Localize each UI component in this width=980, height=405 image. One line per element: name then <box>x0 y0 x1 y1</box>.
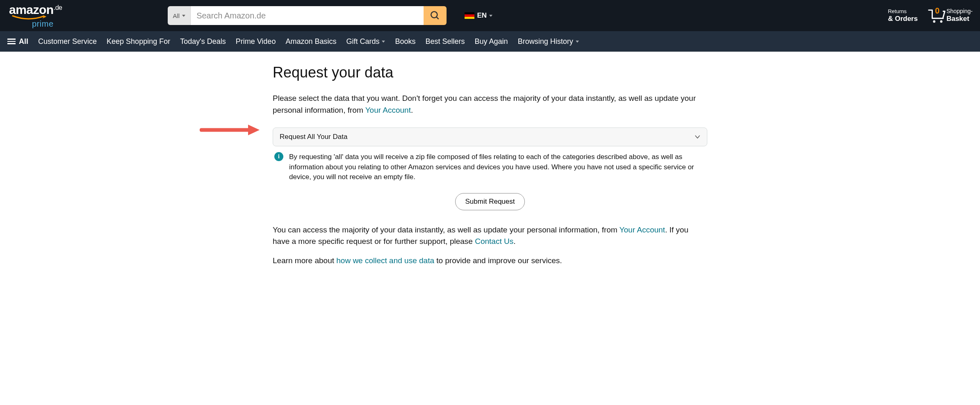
p2-a: You can access the majority of your data… <box>273 225 620 234</box>
svg-point-0 <box>431 11 438 18</box>
search-input[interactable] <box>191 6 424 25</box>
intro-pre: Please select the data that you want. Do… <box>273 94 696 114</box>
nav-browsing-history-label: Browsing History <box>518 37 573 46</box>
your-account-link[interactable]: Your Account <box>365 106 411 114</box>
nav-browsing-history[interactable]: Browsing History <box>518 37 579 46</box>
p2-c: . <box>513 237 515 246</box>
cart-line1: Shopping- <box>946 8 973 15</box>
how-we-collect-link[interactable]: how we collect and use data <box>336 256 434 265</box>
returns-line2: & Orders <box>888 15 918 23</box>
caret-down-icon <box>382 41 385 43</box>
search-bar: All <box>168 6 447 25</box>
cart-line2: Basket <box>946 15 973 23</box>
info-text: By requesting 'all' data you will receiv… <box>289 152 706 182</box>
cart-icon: 0 <box>928 9 946 23</box>
logo-prime: prime <box>32 20 54 28</box>
nav-best-sellers[interactable]: Best Sellers <box>426 37 465 46</box>
learn-more-text: Learn more about how we collect and use … <box>273 255 707 267</box>
secondary-nav: All Customer Service Keep Shopping For T… <box>0 31 980 52</box>
p3-b: to provide and improve our services. <box>434 256 562 265</box>
chevron-down-icon <box>695 134 700 140</box>
nav-buy-again[interactable]: Buy Again <box>475 37 508 46</box>
select-value: Request All Your Data <box>280 133 347 141</box>
nav-prime-video[interactable]: Prime Video <box>236 37 276 46</box>
nav-books[interactable]: Books <box>395 37 415 46</box>
data-category-select[interactable]: Request All Your Data <box>273 127 707 146</box>
cart-count: 0 <box>935 6 939 16</box>
annotation-arrow <box>200 124 261 138</box>
info-note: i By requesting 'all' data you will rece… <box>273 152 707 182</box>
cart-link[interactable]: 0 Shopping- Basket <box>928 8 973 23</box>
main-content: Request your data Please select the data… <box>273 52 707 298</box>
caret-down-icon <box>576 41 579 43</box>
returns-orders-link[interactable]: Returns & Orders <box>888 8 918 23</box>
access-more-text: You can access the majority of your data… <box>273 224 707 248</box>
header-right: Returns & Orders 0 Shopping- Basket <box>888 8 973 23</box>
language-label: EN <box>477 11 487 20</box>
svg-line-1 <box>437 17 439 19</box>
returns-line1: Returns <box>888 8 918 15</box>
caret-down-icon <box>489 15 492 17</box>
your-account-link-2[interactable]: Your Account <box>620 225 665 234</box>
language-selector[interactable]: EN <box>465 11 492 20</box>
nav-all-label: All <box>19 37 28 46</box>
svg-point-2 <box>933 20 936 23</box>
nav-keep-shopping[interactable]: Keep Shopping For <box>107 37 170 46</box>
logo-text: amazon <box>9 4 54 16</box>
intro-post: . <box>411 106 413 114</box>
nav-gift-cards[interactable]: Gift Cards <box>346 37 385 46</box>
logo[interactable]: amazon.de prime <box>7 2 64 30</box>
search-button[interactable] <box>424 6 447 25</box>
nav-gift-cards-label: Gift Cards <box>346 37 379 46</box>
intro-text: Please select the data that you want. Do… <box>273 93 707 116</box>
nav-amazon-basics[interactable]: Amazon Basics <box>285 37 336 46</box>
nav-all-menu[interactable]: All <box>7 37 28 46</box>
svg-point-3 <box>940 20 943 23</box>
caret-down-icon <box>182 15 185 17</box>
red-arrow-icon <box>200 124 261 136</box>
logo-suffix: .de <box>54 5 62 11</box>
p3-a: Learn more about <box>273 256 336 265</box>
site-header: amazon.de prime All EN Returns & Orders <box>0 0 980 31</box>
page-title: Request your data <box>273 64 707 81</box>
submit-request-button[interactable]: Submit Request <box>455 193 525 210</box>
info-icon: i <box>274 152 283 161</box>
hamburger-icon <box>7 39 16 44</box>
flag-de-icon <box>465 12 474 19</box>
search-icon <box>430 10 440 21</box>
contact-us-link[interactable]: Contact Us <box>475 237 513 246</box>
search-scope-label: All <box>173 12 180 19</box>
nav-todays-deals[interactable]: Today's Deals <box>180 37 226 46</box>
nav-customer-service[interactable]: Customer Service <box>38 37 97 46</box>
search-scope-dropdown[interactable]: All <box>168 6 191 25</box>
